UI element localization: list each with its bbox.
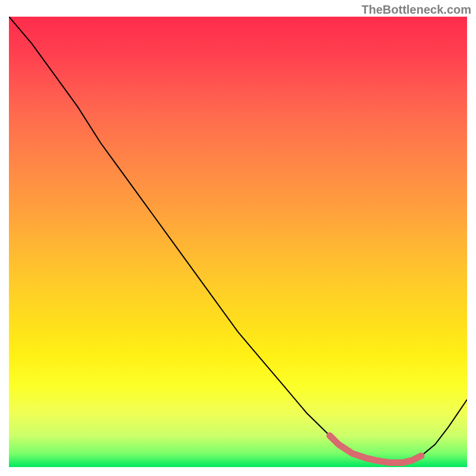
watermark-text: TheBottleneck.com bbox=[362, 3, 471, 17]
bottleneck-curve-line bbox=[9, 17, 467, 462]
chart-container bbox=[9, 17, 467, 467]
chart-svg bbox=[9, 17, 467, 467]
bottleneck-highlight-segment bbox=[330, 436, 421, 462]
